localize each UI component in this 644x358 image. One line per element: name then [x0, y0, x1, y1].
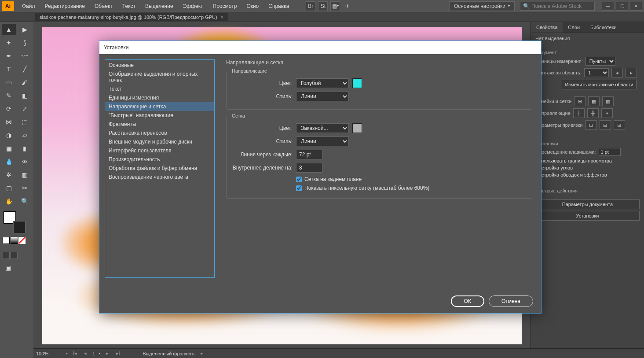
- guides-lock-icon[interactable]: ╫: [587, 108, 599, 118]
- prev-artboard-icon[interactable]: ◂: [611, 68, 623, 78]
- eyedropper-tool[interactable]: 💧: [2, 156, 16, 167]
- grid-color-swatch[interactable]: [352, 123, 362, 133]
- width-tool[interactable]: ⋈: [2, 116, 16, 128]
- guides-style-select[interactable]: Линии: [296, 92, 349, 101]
- eraser-tool[interactable]: ◧: [18, 90, 32, 101]
- document-tab[interactable]: sladkoe-pechene-makaruny-sirop-butylka.j…: [35, 13, 228, 21]
- ruler-icon[interactable]: ⊞: [574, 96, 585, 106]
- edit-artboards-button[interactable]: Изменить монтажные области: [562, 80, 637, 89]
- snap-point-icon[interactable]: ⊡: [585, 120, 597, 130]
- gradient-mode-icon[interactable]: [11, 237, 18, 244]
- none-mode-icon[interactable]: [18, 237, 26, 244]
- stroke-effects-link[interactable]: Настройка обводок и эффектов: [535, 172, 640, 177]
- artboard-select[interactable]: 1: [584, 68, 609, 77]
- ok-button[interactable]: ОК: [451, 295, 484, 307]
- brush-tool[interactable]: 🖌: [18, 77, 32, 88]
- tab-libraries[interactable]: Библиотеки: [585, 22, 622, 33]
- menu-select[interactable]: Выделение: [141, 1, 178, 11]
- menu-file[interactable]: Файл: [18, 1, 40, 11]
- last-artboard-icon[interactable]: ▸I: [114, 350, 121, 357]
- guides-color-select[interactable]: Голубой: [296, 78, 349, 88]
- stock-icon[interactable]: St: [318, 1, 328, 11]
- cat-guides-grid[interactable]: Направляющие и сетка: [105, 102, 214, 111]
- curvature-tool[interactable]: 〰: [18, 50, 32, 62]
- mesh-tool[interactable]: ▦: [2, 143, 16, 154]
- direct-selection-tool[interactable]: ▶: [18, 24, 32, 35]
- zoom-value[interactable]: 100%: [36, 351, 62, 356]
- pen-tool[interactable]: ✒: [2, 50, 16, 62]
- lasso-tool[interactable]: ⟆: [18, 37, 32, 48]
- scale-tool[interactable]: ⤢: [18, 103, 32, 114]
- dialog-titlebar[interactable]: Установки: [99, 41, 541, 54]
- cat-black[interactable]: Воспроизведение черного цвета: [105, 173, 214, 181]
- line-tool[interactable]: ╱: [18, 63, 32, 75]
- artboard-tool[interactable]: ▢: [2, 182, 16, 194]
- cat-type[interactable]: Текст: [105, 85, 214, 93]
- draw-behind-icon[interactable]: [11, 252, 18, 259]
- cat-slices[interactable]: Фрагменты: [105, 120, 214, 129]
- grid-back-checkbox[interactable]: [296, 177, 302, 182]
- menu-effect[interactable]: Эффект: [179, 1, 208, 11]
- grid-color-select[interactable]: Заказной...: [296, 123, 349, 133]
- menu-help[interactable]: Справка: [264, 1, 293, 11]
- snap-grid-icon[interactable]: ⊟: [600, 120, 611, 130]
- close-tab-icon[interactable]: ×: [221, 15, 223, 20]
- rotate-tool[interactable]: ⟳: [2, 103, 16, 114]
- type-tool[interactable]: T: [2, 63, 16, 75]
- cat-selection-anchor[interactable]: Отображение выделения и опорных точек: [105, 70, 214, 85]
- next-artboard-icon[interactable]: ▸: [626, 68, 637, 78]
- cancel-button[interactable]: Отмена: [489, 295, 533, 307]
- magic-wand-tool[interactable]: ✦: [2, 37, 16, 48]
- stroke-swatch[interactable]: [13, 221, 26, 233]
- rectangle-tool[interactable]: ▭: [2, 77, 16, 88]
- cat-plugins[interactable]: Внешние модули и рабочие диски: [105, 137, 214, 146]
- zoom-tool[interactable]: 🔍: [18, 196, 32, 207]
- units-select[interactable]: Пункты: [585, 57, 615, 66]
- guides-color-swatch[interactable]: [352, 78, 362, 88]
- menu-view[interactable]: Просмотр: [209, 1, 242, 11]
- cat-ui[interactable]: Интерфейс пользователя: [105, 146, 214, 155]
- screen-mode-icon[interactable]: ▣: [3, 263, 13, 272]
- arrange-icon[interactable]: ▦▾: [330, 1, 340, 11]
- prev-artboard-nav-icon[interactable]: ◂: [82, 350, 89, 357]
- preferences-button[interactable]: Установки: [535, 211, 640, 221]
- gpu-icon[interactable]: ✈: [343, 1, 352, 11]
- smart-guides-icon[interactable]: ⌖: [601, 108, 613, 118]
- cat-smart-guides[interactable]: "Быстрые" направляющие: [105, 111, 214, 120]
- shaper-tool[interactable]: ✎: [2, 90, 16, 101]
- window-maximize[interactable]: ▢: [616, 2, 628, 11]
- symbol-sprayer-tool[interactable]: ✲: [2, 169, 16, 181]
- bridge-icon[interactable]: Br: [306, 1, 315, 11]
- gradient-tool[interactable]: ▮: [18, 143, 32, 154]
- artboard-number[interactable]: 1: [92, 351, 95, 356]
- shape-builder-tool[interactable]: ◑: [2, 129, 16, 141]
- menu-window[interactable]: Окно: [242, 1, 263, 11]
- color-mode-icon[interactable]: [3, 237, 10, 244]
- cat-filehandling[interactable]: Обработка файлов и буфер обмена: [105, 164, 214, 173]
- search-field[interactable]: 🔍Поиск в Adobe Stock: [520, 2, 595, 11]
- hand-tool[interactable]: ✋: [2, 196, 16, 207]
- cat-units[interactable]: Единицы измерения: [105, 93, 214, 102]
- perspective-tool[interactable]: ▱: [18, 129, 32, 141]
- grid-icon[interactable]: ▦: [588, 96, 600, 106]
- window-minimize[interactable]: —: [602, 2, 614, 11]
- key-increment-input[interactable]: [599, 148, 621, 156]
- first-artboard-icon[interactable]: I◂: [71, 350, 78, 357]
- subdivisions-input[interactable]: [296, 163, 322, 173]
- menu-edit[interactable]: Редактирование: [40, 1, 89, 11]
- menu-object[interactable]: Объект: [90, 1, 117, 11]
- blend-tool[interactable]: ⚮: [18, 156, 32, 167]
- transparency-grid-icon[interactable]: ▩: [602, 96, 614, 106]
- guides-show-icon[interactable]: ╪: [573, 108, 585, 118]
- document-setup-button[interactable]: Параметры документа: [535, 199, 640, 209]
- window-close[interactable]: ✕: [630, 2, 642, 11]
- next-artboard-nav-icon[interactable]: ▸: [104, 350, 111, 357]
- pixel-grid-checkbox[interactable]: [296, 185, 302, 191]
- fill-stroke-swatch[interactable]: [4, 211, 21, 229]
- cat-hyphenation[interactable]: Расстановка переносов: [105, 129, 214, 137]
- gridline-every-input[interactable]: [296, 150, 322, 159]
- cat-performance[interactable]: Производительность: [105, 155, 214, 164]
- menu-type[interactable]: Текст: [118, 1, 140, 11]
- workspace-switcher[interactable]: Основные настройки▾: [449, 1, 515, 11]
- tab-properties[interactable]: Свойства: [531, 22, 563, 33]
